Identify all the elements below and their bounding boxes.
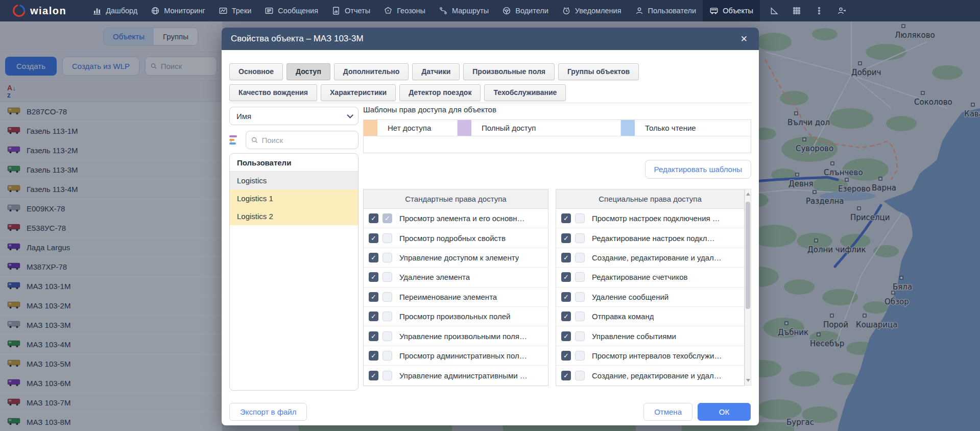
- access-checkbox[interactable]: [383, 233, 392, 243]
- nav-item-label: Уведомления: [575, 7, 622, 15]
- filter-type-select[interactable]: Имя: [229, 107, 358, 125]
- tab-Техобслуживание[interactable]: Техобслуживание: [484, 84, 566, 101]
- access-checkbox[interactable]: [369, 272, 378, 282]
- nav-item-tracks[interactable]: Треки: [212, 0, 258, 21]
- cancel-button[interactable]: Отмена: [643, 403, 692, 421]
- close-icon[interactable]: ✕: [737, 32, 751, 46]
- nav-item-messages[interactable]: Сообщения: [258, 0, 325, 21]
- tab-Доступ[interactable]: Доступ: [286, 63, 330, 80]
- access-checkbox[interactable]: [383, 292, 392, 302]
- nav-tool-more[interactable]: [808, 0, 830, 21]
- nav-item-routes[interactable]: Маршруты: [432, 0, 495, 21]
- dialog-tabs-row2: Качество вожденияХарактеристикиДетектор …: [229, 84, 566, 101]
- nav-tool-locator[interactable]: [763, 0, 785, 21]
- tab-Датчики[interactable]: Датчики: [412, 63, 460, 80]
- user-list-item[interactable]: Logistics: [230, 172, 358, 189]
- tab-Группы объектов[interactable]: Группы объектов: [558, 63, 639, 80]
- nav-item-geofences[interactable]: Геозоны: [377, 0, 432, 21]
- nav-tool-account[interactable]: [830, 0, 853, 21]
- rights-row: Переименование элемента: [364, 288, 548, 307]
- tab-Детектор поездок[interactable]: Детектор поездок: [399, 84, 481, 101]
- template-Только чтение[interactable]: Только чтение: [621, 120, 751, 136]
- tab-Характеристики[interactable]: Характеристики: [321, 84, 396, 101]
- rights-label: Управление административными …: [399, 371, 528, 380]
- access-checkbox[interactable]: [575, 351, 585, 361]
- access-checkbox[interactable]: [383, 312, 392, 321]
- access-checkbox[interactable]: [561, 253, 571, 262]
- access-checkbox[interactable]: [575, 233, 585, 243]
- access-checkbox[interactable]: [383, 371, 392, 380]
- nav-item-units[interactable]: Объекты: [703, 0, 760, 21]
- template-label: Только чтение: [635, 124, 696, 132]
- routes-icon: [439, 6, 448, 15]
- access-checkbox[interactable]: [575, 371, 585, 380]
- access-checkbox[interactable]: [369, 213, 378, 223]
- access-checkbox[interactable]: [369, 233, 378, 243]
- rights-row: Редактирование настроек подкл…: [556, 228, 744, 248]
- nav-tool-apps[interactable]: [785, 0, 808, 21]
- tab-Дополнительно[interactable]: Дополнительно: [334, 63, 409, 80]
- edit-templates-button[interactable]: Редактировать шаблоны: [645, 160, 751, 179]
- user-search-row: ↓: [229, 131, 358, 149]
- user-list-item[interactable]: Logistics 1: [230, 189, 358, 207]
- nav-item-label: Сообщения: [278, 7, 318, 15]
- drivers-icon: [502, 6, 511, 15]
- nav-item-users[interactable]: Пользователи: [628, 0, 703, 21]
- access-checkbox[interactable]: [369, 351, 378, 361]
- access-checkbox[interactable]: [383, 253, 392, 262]
- nav-item-notifications[interactable]: Уведомления: [555, 0, 628, 21]
- scroll-up-arrow-icon[interactable]: [746, 193, 750, 196]
- access-checkbox[interactable]: [575, 253, 585, 262]
- user-search[interactable]: [246, 131, 358, 149]
- user-list-item[interactable]: Logistics 2: [230, 207, 358, 225]
- tab-Произвольные поля[interactable]: Произвольные поля: [463, 63, 555, 80]
- access-checkbox[interactable]: [575, 292, 585, 302]
- tab-Основное[interactable]: Основное: [229, 63, 283, 80]
- user-search-input[interactable]: [261, 136, 353, 145]
- access-checkbox[interactable]: [383, 351, 392, 361]
- rights-scrollbar[interactable]: [745, 189, 751, 386]
- access-checkbox[interactable]: [561, 312, 571, 321]
- access-checkbox[interactable]: [383, 272, 392, 282]
- rights-label: Просмотр административных пол…: [399, 351, 527, 360]
- access-checkbox[interactable]: [369, 371, 378, 380]
- nav-item-drivers[interactable]: Водители: [495, 0, 555, 21]
- access-checkbox[interactable]: [369, 292, 378, 302]
- dialog-title: Свойства объекта – МАЗ 103-3М: [231, 34, 737, 44]
- nav-item-dashboard[interactable]: Дашборд: [86, 0, 144, 21]
- access-checkbox[interactable]: [369, 331, 378, 341]
- access-checkbox[interactable]: [575, 331, 585, 341]
- tab-Качество вождения[interactable]: Качество вождения: [229, 84, 317, 101]
- access-checkbox[interactable]: [561, 351, 571, 361]
- export-to-file-button[interactable]: Экспорт в файл: [229, 403, 307, 421]
- access-checkbox[interactable]: [369, 253, 378, 262]
- scrollbar-thumb[interactable]: [746, 202, 750, 309]
- nav-item-monitoring[interactable]: Мониторинг: [144, 0, 211, 21]
- nav-item-label: Отчеты: [345, 7, 370, 15]
- access-checkbox[interactable]: [561, 233, 571, 243]
- notifications-icon: [562, 6, 571, 15]
- scroll-down-arrow-icon[interactable]: [746, 379, 750, 382]
- dashboard-icon: [92, 6, 102, 15]
- template-Полный доступ[interactable]: Полный доступ: [458, 120, 621, 136]
- access-checkbox[interactable]: [575, 213, 585, 223]
- access-checkbox[interactable]: [561, 371, 571, 380]
- wialon-logo[interactable]: wialon: [0, 4, 86, 17]
- access-checkbox[interactable]: [383, 331, 392, 341]
- access-checkbox[interactable]: [561, 213, 571, 223]
- access-checkbox[interactable]: [561, 292, 571, 302]
- access-checkbox[interactable]: [561, 331, 571, 341]
- rights-label: Просмотр подробных свойств: [399, 234, 506, 243]
- access-checkbox[interactable]: [561, 272, 571, 282]
- sort-order-icon[interactable]: ↓: [229, 135, 242, 145]
- rights-table-header: Стандартные права доступа: [364, 189, 548, 209]
- ok-button[interactable]: ОК: [698, 403, 751, 421]
- nav-item-reports[interactable]: Отчеты: [325, 0, 377, 21]
- access-checkbox[interactable]: [383, 213, 392, 223]
- access-checkbox[interactable]: [369, 312, 378, 321]
- rights-label: Просмотр элемента и его основн…: [399, 214, 525, 223]
- template-Нет доступа[interactable]: Нет доступа: [364, 120, 458, 136]
- access-checkbox[interactable]: [575, 312, 585, 321]
- access-checkbox[interactable]: [575, 272, 585, 282]
- dialog-tabs-row1: ОсновноеДоступДополнительноДатчикиПроизв…: [229, 63, 639, 80]
